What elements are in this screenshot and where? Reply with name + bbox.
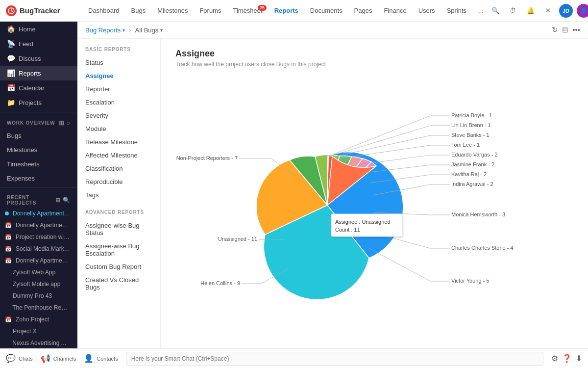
help-icon[interactable]: ❓: [562, 354, 572, 363]
tooltip-line1: Assignee : Unassigned: [335, 219, 391, 225]
recent-project-6[interactable]: Zylsoft Web App: [0, 266, 77, 278]
nav-milestones[interactable]: Milestones: [152, 4, 193, 17]
svg-text:Jasmine Frank - 2: Jasmine Frank - 2: [451, 161, 494, 167]
nav-documents[interactable]: Documents: [305, 4, 347, 17]
settings-icon[interactable]: ⚙: [551, 354, 558, 363]
cal-icon-4: 📅: [5, 246, 12, 252]
recent-project-4[interactable]: 📅 Social Media Marketin...: [0, 243, 77, 255]
nav-more[interactable]: ...: [473, 4, 489, 17]
report-module[interactable]: Module: [77, 122, 160, 135]
nav-bugs[interactable]: Bugs: [126, 4, 151, 17]
work-overview-list-icon[interactable]: ⊞: [59, 119, 65, 127]
nav-finance[interactable]: Finance: [379, 4, 411, 17]
contacts-icon: 👤: [84, 354, 94, 363]
home-icon: 🏠: [7, 25, 15, 33]
report-assignee-bug-status[interactable]: Assignee-wise Bug Status: [77, 219, 160, 239]
timer-icon[interactable]: ⏱: [506, 4, 520, 18]
nav-sprints[interactable]: Sprints: [442, 4, 471, 17]
chats-section[interactable]: 💬 Chats: [6, 354, 33, 363]
user-avatar[interactable]: 👤: [577, 4, 588, 18]
search-icon[interactable]: 🔍: [489, 4, 502, 18]
sidebar-projects[interactable]: 📁 Projects: [0, 95, 77, 110]
sidebar-calendar-label: Calendar: [19, 84, 45, 92]
chart-area: Non-Project Reporters - 7 Unassigned - 1…: [175, 78, 573, 334]
report-classification[interactable]: Classification: [77, 162, 160, 175]
work-overview-add-icon[interactable]: ○: [66, 119, 71, 127]
breadcrumb-parent-chevron: ▾: [122, 27, 125, 33]
report-release-milestone[interactable]: Release Milestone: [77, 135, 160, 149]
recent-project-11[interactable]: Project X: [0, 325, 77, 337]
sidebar-discuss[interactable]: 💬 Discuss: [0, 51, 77, 66]
recent-project-12[interactable]: Nexus Advertising Age...: [0, 337, 77, 348]
app-logo: BugTracker: [6, 5, 83, 16]
chat-input[interactable]: [126, 352, 543, 366]
sidebar-work-timesheets[interactable]: Timesheets: [0, 157, 77, 171]
more-icon[interactable]: •••: [572, 26, 580, 34]
sidebar-home[interactable]: 🏠 Home: [0, 22, 77, 36]
report-created-vs-closed[interactable]: Created Vs Closed Bugs: [77, 273, 160, 294]
report-tags[interactable]: Tags: [77, 188, 160, 202]
report-status[interactable]: Status: [77, 56, 160, 69]
nav-users[interactable]: Users: [414, 4, 440, 17]
reports-layout: BASIC REPORTS Status Assignee Reporter E…: [77, 39, 588, 348]
recent-project-3[interactable]: 📅 Project creation with Ia: [0, 231, 77, 243]
channels-section[interactable]: 📢 Channels: [41, 354, 76, 363]
nav-pages[interactable]: Pages: [349, 4, 377, 17]
report-affected-milestone[interactable]: Affected Milestone: [77, 149, 160, 162]
close-icon[interactable]: ✕: [541, 4, 555, 18]
recent-project-2[interactable]: 📅 Donnelly Apartments C: [0, 219, 77, 231]
recent-project-10[interactable]: 📅 Zoho Project: [0, 314, 77, 325]
contacts-section[interactable]: 👤 Contacts: [84, 354, 118, 363]
nav-items: Dashboard Bugs Milestones Forums Timeshe…: [83, 4, 489, 17]
recent-projects-list-icon[interactable]: ⊞: [55, 197, 61, 204]
report-severity[interactable]: Severity: [77, 109, 160, 122]
recent-project-9[interactable]: The Penthouse Remod...: [0, 302, 77, 314]
report-assignee[interactable]: Assignee: [77, 69, 160, 82]
sidebar-work-bugs[interactable]: Bugs: [0, 129, 77, 143]
avatar[interactable]: JD: [559, 4, 573, 18]
breadcrumb-current[interactable]: All Bugs ▾: [135, 26, 163, 34]
sidebar-projects-label: Projects: [19, 99, 42, 106]
nav-forums[interactable]: Forums: [195, 4, 226, 17]
nav-reports[interactable]: Reports: [270, 4, 303, 17]
svg-text:Non-Project Reporters - 7: Non-Project Reporters - 7: [176, 155, 238, 161]
sidebar-work-milestones[interactable]: Milestones: [0, 143, 77, 157]
svg-text:Steve Banks - 1: Steve Banks - 1: [451, 132, 490, 138]
report-reporter[interactable]: Reporter: [77, 82, 160, 96]
breadcrumb-parent[interactable]: Bug Reports ▾: [85, 26, 125, 34]
notification-icon[interactable]: 🔔: [524, 4, 538, 18]
nav-timesheet[interactable]: Timesheet 25: [228, 4, 267, 17]
recent-project-1[interactable]: Donnelly Apartments C: [0, 208, 77, 219]
report-reproducible[interactable]: Reproducible: [77, 175, 160, 188]
recent-project-8[interactable]: Dummy Pro 43: [0, 290, 77, 302]
recent-project-5[interactable]: 📅 Donnelly Apartments C: [0, 255, 77, 266]
sidebar-work-expenses[interactable]: Expenses: [0, 171, 77, 185]
project-dot-1: [5, 211, 9, 215]
app-name: BugTracker: [20, 6, 60, 15]
filter-icon[interactable]: ⊟: [562, 26, 568, 34]
sidebar-reports[interactable]: 📊 Reports: [0, 66, 77, 80]
svg-rect-44: [331, 214, 402, 237]
sidebar-feed-label: Feed: [19, 40, 33, 48]
report-custom-bug[interactable]: Custom Bug Report: [77, 260, 160, 273]
sidebar-home-label: Home: [19, 26, 36, 33]
discuss-icon: 💬: [7, 54, 15, 62]
download-icon[interactable]: ⬇: [576, 354, 582, 363]
advanced-reports-title: ADVANCED REPORTS: [77, 210, 160, 219]
refresh-icon[interactable]: ↻: [552, 26, 558, 34]
report-assignee-bug-escalation[interactable]: Assignee-wise Bug Escalation: [77, 239, 160, 260]
report-title: Assignee: [175, 49, 573, 59]
top-nav: BugTracker Dashboard Bugs Milestones For…: [0, 0, 588, 22]
nav-dashboard[interactable]: Dashboard: [83, 4, 124, 17]
bottom-bar-actions: ⚙ ❓ ⬇: [551, 354, 582, 363]
sidebar-calendar[interactable]: 📅 Calendar: [0, 80, 77, 95]
recent-projects-search-icon[interactable]: 🔍: [63, 197, 71, 204]
recent-project-7[interactable]: Zylsoft Mobile app: [0, 278, 77, 290]
calendar-icon: 📅: [7, 84, 15, 92]
sidebar-feed[interactable]: 📡 Feed: [0, 36, 77, 51]
breadcrumb-separator: ›: [129, 26, 131, 34]
main-layout: 🏠 Home 📡 Feed 💬 Discuss 📊 Reports 📅 Cale…: [0, 22, 588, 348]
report-escalation[interactable]: Escalation: [77, 96, 160, 109]
basic-reports-title: BASIC REPORTS: [77, 47, 160, 56]
pie-chart: Non-Project Reporters - 7 Unassigned - 1…: [175, 78, 588, 333]
